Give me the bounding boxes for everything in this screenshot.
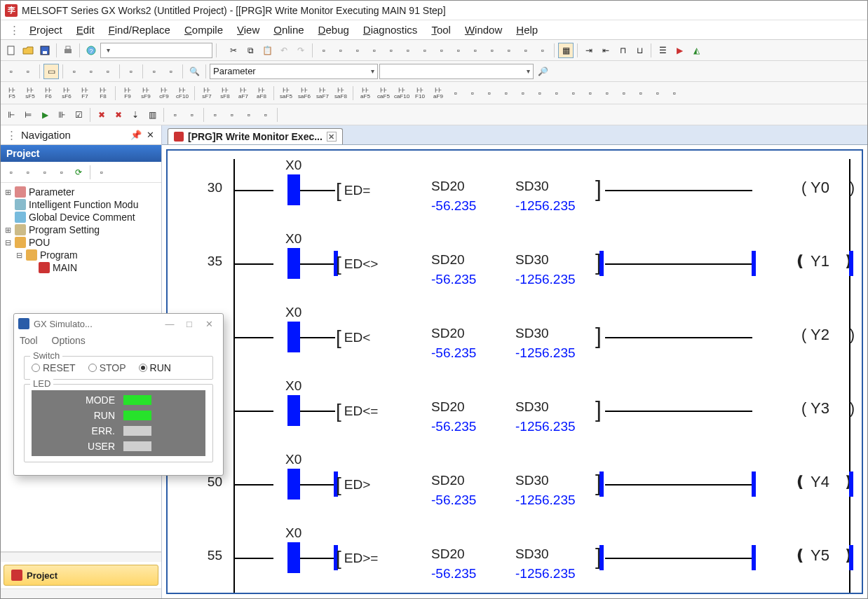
menu-help[interactable]: Help: [509, 22, 545, 37]
run-icon[interactable]: ▶: [672, 43, 687, 58]
fkey-caf5[interactable]: ⊦⊦caF5: [375, 83, 392, 103]
tb3-extra-10[interactable]: ▫: [616, 85, 632, 101]
monitor-mode-icon[interactable]: ▦: [558, 43, 574, 58]
tb3-extra-0[interactable]: ▫: [448, 85, 463, 101]
tb2-8[interactable]: ▫: [147, 64, 162, 79]
close-icon[interactable]: ✕: [144, 130, 156, 141]
compare-instruction[interactable]: [ED>=: [336, 546, 381, 570]
tree-ifm[interactable]: Intelligent Function Modu: [2, 198, 160, 211]
fkey-saf7[interactable]: ⊦⊦saF7: [314, 83, 331, 103]
navtb-3[interactable]: ▫: [37, 165, 53, 180]
open-icon[interactable]: [20, 43, 36, 58]
tb2-7[interactable]: ▫: [123, 64, 139, 79]
tb3-extra-4[interactable]: ▫: [515, 85, 531, 101]
menu-debug[interactable]: Debug: [311, 22, 356, 37]
tb-misc-4[interactable]: ▫: [367, 43, 382, 58]
tree-parameter[interactable]: ⊞Parameter: [2, 186, 160, 198]
output-coil[interactable]: ( Y0: [801, 179, 829, 197]
fkey-sf5[interactable]: ⊦⊦sF5: [22, 83, 39, 103]
fkey-saf5[interactable]: ⊦⊦saF5: [278, 83, 294, 103]
tb3-extra-9[interactable]: ▫: [599, 85, 615, 101]
tb2-go[interactable]: 🔎: [535, 64, 550, 79]
tree-program[interactable]: ⊟Program: [2, 249, 160, 261]
tb-right-1[interactable]: ⇥: [581, 43, 597, 58]
help-combo[interactable]: ▾: [100, 43, 212, 58]
tb3-extra-3[interactable]: ▫: [499, 85, 514, 101]
tb2-3[interactable]: ▭: [43, 64, 59, 79]
fkey-sf7[interactable]: ⊦⊦sF7: [198, 83, 215, 103]
menu-project[interactable]: Project: [22, 22, 69, 37]
menu-edit[interactable]: Edit: [69, 22, 102, 37]
minimize-icon[interactable]: —: [160, 319, 179, 329]
tb-misc-11[interactable]: ▫: [484, 43, 500, 58]
sim-radio-run[interactable]: RUN: [139, 362, 171, 373]
undo-icon[interactable]: ↶: [276, 43, 292, 58]
tb-misc-9[interactable]: ▫: [451, 43, 466, 58]
device-combo[interactable]: ▾: [379, 64, 534, 79]
contact-icon[interactable]: [287, 322, 300, 352]
tb-far-1[interactable]: ☰: [655, 43, 670, 58]
navtb-6[interactable]: ▫: [94, 165, 109, 180]
contact-icon[interactable]: [287, 395, 300, 426]
output-coil[interactable]: ( Y2: [801, 326, 829, 344]
print-icon[interactable]: [60, 43, 76, 58]
tb3-extra-12[interactable]: ▫: [650, 85, 665, 101]
compare-instruction[interactable]: [ED=: [336, 179, 373, 202]
menu-view[interactable]: View: [230, 22, 266, 37]
close-window-icon[interactable]: ✕: [199, 319, 219, 329]
tree-pou[interactable]: ⊟POU: [2, 236, 160, 249]
menu-window[interactable]: Window: [458, 22, 509, 37]
tb-misc-10[interactable]: ▫: [468, 43, 483, 58]
pin-icon[interactable]: 📌: [130, 130, 142, 141]
tb4-2[interactable]: ⊨: [20, 107, 36, 123]
tab-close-icon[interactable]: ✕: [327, 132, 337, 142]
tb4-8[interactable]: ▥: [144, 107, 160, 123]
fkey-f7[interactable]: ⊦⊦F7: [76, 83, 93, 103]
sim-radio-stop[interactable]: STOP: [88, 362, 126, 373]
redo-icon[interactable]: ↷: [293, 43, 308, 58]
parameter-combo[interactable]: Parameter▾: [210, 64, 378, 79]
tb4-5[interactable]: ✖: [94, 107, 109, 123]
tb3-extra-11[interactable]: ▫: [633, 85, 649, 101]
tb4-10[interactable]: ▫: [184, 107, 200, 123]
fkey-cf10[interactable]: ⊦⊦cF10: [174, 83, 191, 103]
fkey-caf10[interactable]: ⊦⊦caF10: [393, 83, 410, 103]
contact-icon[interactable]: [287, 248, 300, 279]
fkey-sf9[interactable]: ⊦⊦sF9: [137, 83, 154, 103]
save-icon[interactable]: [37, 43, 53, 58]
ladder-rung[interactable]: 45 X0 [ED<= SD20 -56.235 SD30 -1256.235 …: [179, 380, 850, 453]
output-coil[interactable]: ❪ Y5: [794, 546, 829, 565]
tb-misc-5[interactable]: ▫: [384, 43, 399, 58]
maximize-icon[interactable]: □: [179, 319, 199, 329]
fkey-saf6[interactable]: ⊦⊦saF6: [296, 83, 313, 103]
contact-icon[interactable]: [287, 174, 300, 205]
tb-misc-6[interactable]: ▫: [400, 43, 416, 58]
tb-right-4[interactable]: ⊔: [632, 43, 647, 58]
tb4-9[interactable]: ▫: [168, 107, 183, 123]
tb3-extra-2[interactable]: ▫: [482, 85, 497, 101]
tb3-extra-7[interactable]: ▫: [566, 85, 581, 101]
warn-icon[interactable]: ◭: [689, 43, 704, 58]
output-coil[interactable]: ❪ Y4: [794, 473, 829, 491]
sim-radio-reset[interactable]: RESET: [32, 362, 76, 373]
menu-online[interactable]: Online: [266, 22, 311, 37]
menu-diagnostics[interactable]: Diagnostics: [356, 22, 425, 37]
ladder-rung[interactable]: 50 X0 [ED> SD20 -56.235 SD30 -1256.235 ]…: [179, 453, 850, 527]
copy-icon[interactable]: ⧉: [243, 43, 258, 58]
nav-tab-project[interactable]: Project: [4, 565, 158, 586]
tb2-6[interactable]: ▫: [100, 64, 116, 79]
tb-misc-7[interactable]: ▫: [417, 43, 433, 58]
ladder-rung[interactable]: 35 X0 [ED<> SD20 -56.235 SD30 -1256.235 …: [179, 233, 850, 306]
ladder-rung[interactable]: 30 X0 [ED= SD20 -56.235 SD30 -1256.235 ]…: [179, 159, 850, 233]
fkey-af9[interactable]: ⊦⊦aF9: [430, 83, 447, 103]
tb4-1[interactable]: ⊩: [4, 107, 19, 123]
compare-instruction[interactable]: [ED<>: [336, 252, 381, 276]
fkey-sf6[interactable]: ⊦⊦sF6: [58, 83, 75, 103]
tb-right-2[interactable]: ⇤: [598, 43, 613, 58]
new-icon[interactable]: [4, 43, 19, 58]
tb2-2[interactable]: ▫: [20, 64, 36, 79]
sim-menu-tool[interactable]: Tool: [20, 335, 38, 346]
menu-tool[interactable]: Tool: [424, 22, 458, 37]
fkey-f9[interactable]: ⊦⊦F9: [119, 83, 136, 103]
tb3-extra-1[interactable]: ▫: [465, 85, 480, 101]
